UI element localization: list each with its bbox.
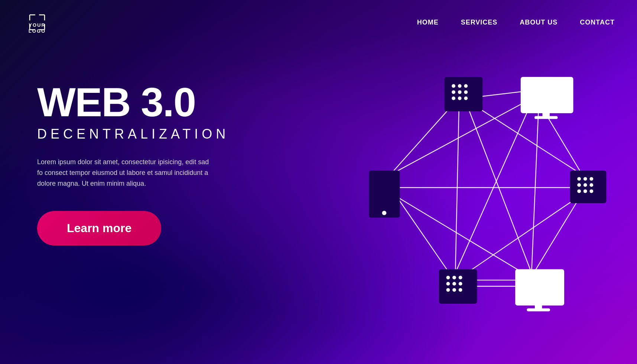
svg-point-54	[452, 288, 456, 292]
svg-point-40	[577, 183, 581, 187]
svg-point-52	[459, 282, 462, 286]
svg-line-12	[390, 106, 452, 175]
learn-more-button[interactable]: Learn more	[37, 211, 161, 246]
hero-subtitle: DECENTRALIZATION	[37, 126, 229, 142]
svg-point-44	[584, 189, 587, 193]
svg-point-43	[577, 189, 581, 193]
svg-point-48	[452, 276, 456, 279]
svg-line-18	[459, 196, 579, 278]
logo[interactable]: YOUR LOGO	[22, 11, 52, 34]
svg-point-29	[464, 90, 468, 94]
svg-rect-46	[439, 269, 477, 304]
hero-content: WEB 3.0 DECENTRALIZATION Lorem ipsum dol…	[37, 82, 229, 246]
svg-point-61	[382, 211, 387, 215]
svg-point-38	[584, 177, 587, 181]
svg-point-37	[577, 177, 581, 181]
svg-line-10	[468, 108, 532, 273]
svg-point-49	[459, 276, 462, 279]
svg-rect-36	[570, 170, 607, 203]
svg-point-26	[464, 84, 468, 88]
navbar: YOUR LOGO HOME SERVICES ABOUT US CONTACT	[0, 0, 637, 45]
svg-point-45	[589, 189, 593, 193]
svg-point-53	[446, 288, 450, 292]
nav-contact[interactable]: CONTACT	[580, 19, 615, 26]
svg-point-39	[589, 177, 593, 181]
svg-point-30	[452, 97, 455, 100]
nav-services[interactable]: SERVICES	[461, 19, 498, 26]
svg-rect-60	[369, 170, 400, 218]
svg-point-50	[446, 282, 450, 286]
svg-point-41	[584, 183, 587, 187]
svg-rect-35	[534, 116, 558, 119]
nav-about[interactable]: ABOUT US	[520, 19, 558, 26]
svg-point-31	[458, 97, 462, 100]
svg-rect-59	[527, 308, 550, 311]
svg-line-17	[532, 193, 582, 277]
svg-point-51	[452, 282, 456, 286]
svg-point-25	[458, 84, 462, 88]
nav-home[interactable]: HOME	[417, 19, 439, 26]
svg-point-24	[452, 84, 455, 88]
svg-point-55	[459, 288, 462, 292]
svg-point-32	[464, 97, 468, 100]
svg-point-47	[446, 276, 450, 279]
svg-rect-57	[515, 269, 564, 306]
svg-point-42	[589, 183, 593, 187]
hero-description: Lorem ipsum dolor sit amet, consectetur …	[37, 157, 215, 189]
svg-line-9	[475, 106, 582, 175]
svg-rect-33	[521, 77, 573, 113]
hero-title: WEB 3.0	[37, 82, 229, 123]
svg-rect-23	[445, 77, 483, 111]
svg-point-28	[458, 90, 462, 94]
svg-line-11	[455, 108, 459, 273]
svg-line-22	[396, 195, 452, 277]
network-diagram	[303, 30, 637, 345]
svg-point-27	[452, 90, 455, 94]
logo-text: YOUR LOGO	[29, 22, 46, 34]
nav-links: HOME SERVICES ABOUT US CONTACT	[417, 19, 615, 26]
